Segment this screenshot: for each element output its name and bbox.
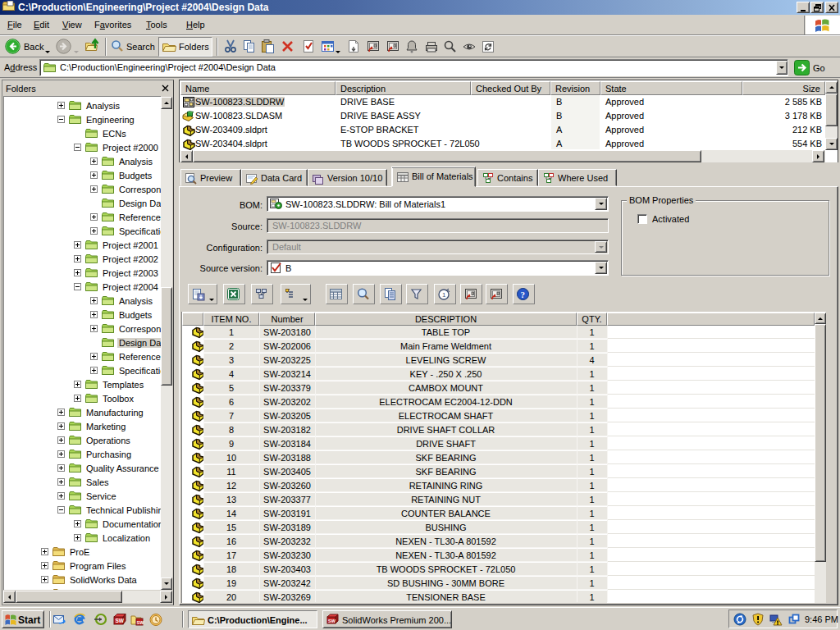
svg-text:1: 1 xyxy=(442,291,446,299)
svg-text:SW: SW xyxy=(328,619,336,623)
svg-text:SW: SW xyxy=(116,618,125,623)
svg-text:SW: SW xyxy=(137,620,145,625)
svg-text:?: ? xyxy=(521,290,526,299)
